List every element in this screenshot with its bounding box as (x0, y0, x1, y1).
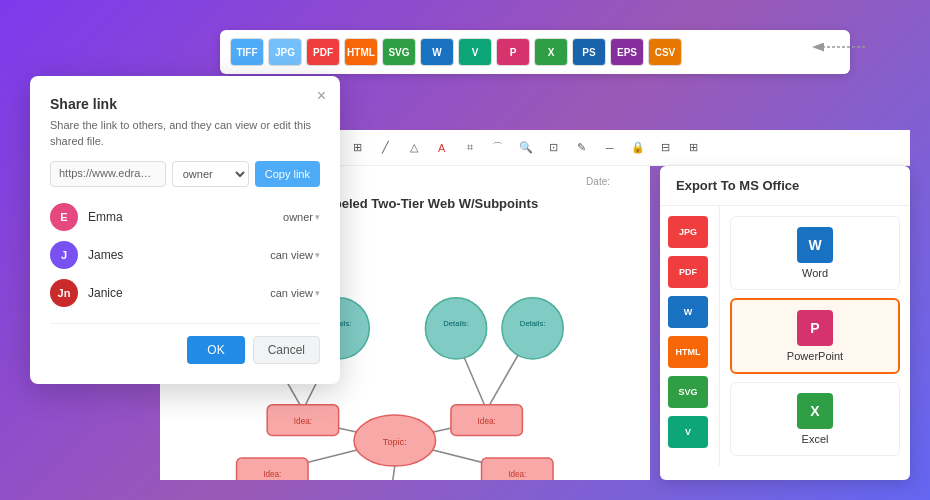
modal-title: Share link (50, 96, 320, 112)
user-row: E Emma owner ▾ (50, 203, 320, 231)
copy-link-button[interactable]: Copy link (255, 161, 320, 187)
avatar: Jn (50, 279, 78, 307)
user-row: Jn Janice can view ▾ (50, 279, 320, 307)
user-list: E Emma owner ▾ J James can view ▾ Jn Jan… (50, 203, 320, 307)
avatar: E (50, 203, 78, 231)
modal-actions: OK Cancel (50, 323, 320, 364)
user-role-select[interactable]: owner ▾ (283, 211, 320, 223)
link-role-select[interactable]: owner can view can edit (172, 161, 249, 187)
modal-description: Share the link to others, and they can v… (50, 118, 320, 149)
user-name: Emma (88, 210, 273, 224)
user-name: James (88, 248, 260, 262)
link-row: https://www.edrawmax.com/online/fil owne… (50, 161, 320, 187)
ok-button[interactable]: OK (187, 336, 244, 364)
avatar: J (50, 241, 78, 269)
link-url-display: https://www.edrawmax.com/online/fil (50, 161, 166, 187)
user-row: J James can view ▾ (50, 241, 320, 269)
modal-overlay: Share link × Share the link to others, a… (0, 0, 930, 500)
cancel-button[interactable]: Cancel (253, 336, 320, 364)
user-role-select[interactable]: can view ▾ (270, 249, 320, 261)
user-role-select[interactable]: can view ▾ (270, 287, 320, 299)
user-name: Janice (88, 286, 260, 300)
share-link-modal: Share link × Share the link to others, a… (30, 76, 340, 384)
modal-close-button[interactable]: × (317, 88, 326, 104)
